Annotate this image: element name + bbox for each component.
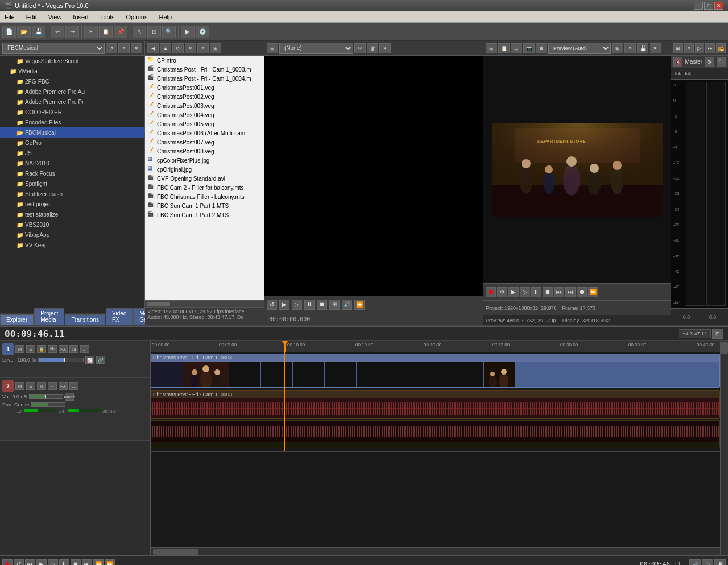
file-item-jpg2[interactable]: 🖼 cpOriginal.jpg: [145, 165, 264, 174]
toolbar-burn[interactable]: 💿: [196, 26, 209, 38]
transport-play-btn[interactable]: ▶: [36, 559, 47, 566]
transport-stop-btn[interactable]: ⏹: [71, 559, 81, 566]
prev1-loop-btn[interactable]: ↺: [267, 300, 277, 310]
tab-video-fx[interactable]: Video FX: [106, 308, 133, 325]
minimize-button[interactable]: −: [694, 2, 703, 10]
close-button[interactable]: ✕: [714, 2, 723, 10]
playhead[interactable]: [284, 341, 286, 352]
transport-record-btn[interactable]: ⏺: [2, 559, 13, 566]
maximize-button[interactable]: □: [704, 2, 713, 10]
file-item-veg6[interactable]: 📝 ChristmasPost006 (After Multi-cam: [145, 128, 264, 138]
vu-btn1[interactable]: ⊞: [673, 43, 683, 53]
tree-item-rackfocus[interactable]: 📁 Rack Focus: [0, 168, 144, 178]
menu-insert[interactable]: Insert: [71, 13, 91, 22]
track2-touch-btn[interactable]: Touch: [65, 393, 74, 401]
file-item-veg2[interactable]: 📝 ChristmasPost002.veg: [145, 92, 264, 101]
prev2-next-btn[interactable]: ⏭: [565, 287, 576, 297]
tab-project-media[interactable]: Project Media: [34, 308, 64, 325]
tree-item-vmedia[interactable]: 📁 VMedia: [0, 66, 144, 76]
tree-item-fbcmusical[interactable]: 📂 FBCMusical: [0, 127, 144, 138]
transport-save-btn[interactable]: 💾: [714, 559, 726, 566]
tree-item-nab[interactable]: 📁 NAB2010: [0, 158, 144, 168]
file-item-veg7[interactable]: 📝 ChristmasPost007.veg: [145, 138, 264, 147]
transport-pause-btn[interactable]: ⏸: [59, 559, 69, 566]
file-scrollbar-h[interactable]: [145, 300, 264, 307]
tree-item-premiere2[interactable]: 📁 Adobe Premiere Pro Pr: [0, 97, 144, 107]
file-item-veg3[interactable]: 📝 ChristmasPost003.veg: [145, 101, 264, 110]
prev2-play-btn[interactable]: ▶: [508, 287, 519, 297]
tree-item-js[interactable]: 📁 JS: [0, 148, 144, 158]
vu-plug-btn[interactable]: 🔌: [717, 57, 726, 67]
file-item-avi[interactable]: 🎬 CVP Opening Standard.avi: [145, 174, 264, 183]
prev2-prev-btn[interactable]: ⏮: [554, 287, 564, 297]
preview2-ext-btn[interactable]: ⊡: [511, 43, 522, 53]
explorer-close-btn[interactable]: ✕: [131, 43, 142, 53]
tree-item-premiere1[interactable]: 📁 Adobe Premiere Pro Au: [0, 86, 144, 97]
tree-item-vibop[interactable]: 📁 VibopApp: [0, 230, 144, 240]
track1-env-btn[interactable]: 📈: [85, 356, 94, 364]
tree-item-testproject[interactable]: 📁 test project: [0, 199, 144, 209]
file-sort-btn[interactable]: ≡: [197, 43, 209, 53]
file-item-mts3[interactable]: 🎬 FBC Sun Cam 1 Part 1.MTS: [145, 201, 264, 210]
timeline-scrollbar-v[interactable]: [720, 341, 728, 555]
toolbar-cut[interactable]: ✂: [84, 26, 98, 38]
timeline-expand-btn[interactable]: ⊡: [712, 329, 723, 339]
track2-arm[interactable]: R: [37, 382, 46, 390]
preview1-btn1[interactable]: ⊞: [267, 43, 278, 53]
transport-play2-btn[interactable]: ▷: [48, 559, 58, 566]
track1-more[interactable]: …: [80, 345, 89, 353]
vu-btn3[interactable]: ▷: [695, 43, 705, 53]
transport-rw-btn[interactable]: ⏪: [93, 559, 104, 566]
file-item-mts1[interactable]: 🎬 FBC Cam 2 - Filler for balcony.mts: [145, 183, 264, 192]
vu-mute-btn[interactable]: 🔇: [673, 57, 682, 67]
file-item-cam4[interactable]: 🎬 Christmas Post - Fri - Cam 1_0004.m: [145, 74, 264, 83]
vu-btn2[interactable]: ≡: [684, 43, 694, 53]
tree-item-2fg[interactable]: 📁 2FG-FBC: [0, 76, 144, 86]
menu-options[interactable]: Options: [124, 13, 150, 22]
track2-input[interactable]: →: [48, 382, 57, 390]
menu-edit[interactable]: Edit: [24, 13, 39, 22]
tree-item-stablizer[interactable]: 📁 Stablizer crash: [0, 189, 144, 199]
tree-item-vvkeep[interactable]: 📁 VV-Keep: [0, 240, 144, 250]
prev1-play-btn[interactable]: ▶: [279, 300, 289, 310]
menu-view[interactable]: View: [46, 13, 64, 22]
toolbar-undo[interactable]: ↩: [51, 26, 64, 38]
tab-transitions[interactable]: Transitions: [65, 314, 105, 325]
file-item-veg1[interactable]: 📝 ChristmasPost001.veg: [145, 83, 264, 92]
preview2-opt-btn[interactable]: ≡: [624, 43, 636, 53]
track1-lock[interactable]: 🔒: [37, 345, 46, 353]
track1-mute[interactable]: M: [15, 345, 24, 353]
transport-clock-btn[interactable]: ⏱: [702, 559, 713, 566]
file-up-btn[interactable]: ▲: [160, 43, 171, 53]
prev2-stop-btn[interactable]: ⏹: [543, 287, 553, 297]
file-item-cpintro[interactable]: 📁 CPIntro: [145, 56, 264, 65]
explorer-refresh-btn[interactable]: ↺: [106, 43, 117, 53]
file-item-veg8[interactable]: 📝 ChristmasPost008.veg: [145, 147, 264, 156]
tree-item-colorfixer[interactable]: 📁 COLORFIXER: [0, 107, 144, 117]
toolbar-new[interactable]: 📄: [2, 26, 16, 38]
preview2-dropdown[interactable]: Preview (Auto): [548, 43, 611, 54]
explorer-view-btn[interactable]: ≡: [118, 43, 130, 53]
track2-fx[interactable]: FX: [59, 382, 68, 390]
file-item-mts2[interactable]: 🎬 FBC Christmas Filler - balcony.mts: [145, 192, 264, 201]
track2-more[interactable]: …: [69, 382, 78, 390]
prev2-loop-btn[interactable]: ↺: [497, 287, 507, 297]
track1-link-btn[interactable]: 🔗: [96, 356, 105, 364]
timeline-scrollbar-h[interactable]: [151, 547, 720, 555]
prev1-grid-btn[interactable]: ⊞: [329, 300, 340, 310]
file-item-cam3[interactable]: 🎬 Christmas Post - Fri - Cam 1_0003.m: [145, 65, 264, 74]
prev2-pause-btn[interactable]: ⏸: [531, 287, 541, 297]
audio-clip-1[interactable]: Christmas Post - Fri - Cam 1_0003: [151, 390, 720, 419]
vu-btn5[interactable]: 📻: [716, 43, 726, 53]
toolbar-redo[interactable]: ↪: [65, 26, 79, 38]
file-close-btn[interactable]: ✕: [185, 43, 196, 53]
preview2-snap-btn[interactable]: ⊞: [486, 43, 497, 53]
video-clip-1[interactable]: Christmas Post - Fri - Cam 1_0003: [151, 354, 720, 388]
file-item-veg5[interactable]: 📝 ChristmasPost005.veg: [145, 119, 264, 128]
track2-vol-slider[interactable]: [29, 394, 63, 399]
file-view-btn[interactable]: ⊞: [210, 43, 221, 53]
track2-mute[interactable]: M: [15, 382, 24, 390]
preview2-monitor-btn[interactable]: 🖥: [536, 43, 547, 53]
vu-btn4[interactable]: ⏭: [705, 43, 715, 53]
preview2-close-btn[interactable]: ✕: [650, 43, 661, 53]
